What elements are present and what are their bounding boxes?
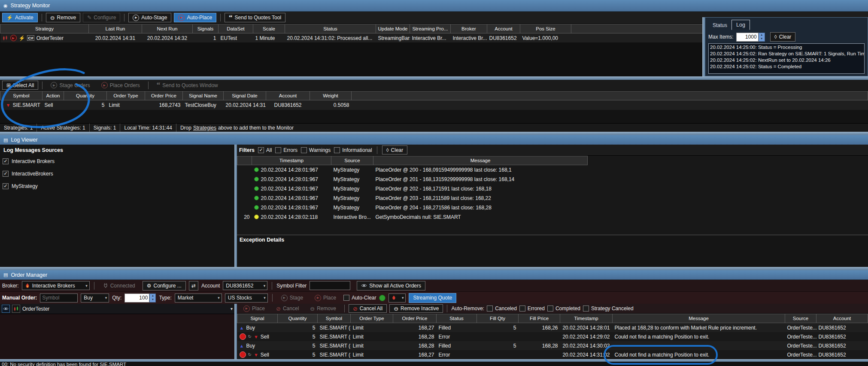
order-row[interactable]: ▲Buy 5 SIE.SMART (S Limit 168,28 Filled …	[237, 341, 868, 350]
col-fill-qty[interactable]: Fill Qty	[477, 314, 519, 323]
col-last-run[interactable]: Last Run	[89, 24, 142, 33]
tab-log[interactable]: Log	[731, 20, 750, 30]
spinner-arrows-icon[interactable]: ▲▼	[759, 33, 765, 42]
order-row[interactable]: ▲Buy 5 SIE.SMART (S Limit 168,27 Filled …	[237, 323, 868, 333]
col-symbol[interactable]: Symbol	[318, 314, 351, 323]
col-timestamp[interactable]: Timestamp	[560, 314, 613, 323]
qty-input[interactable]	[124, 293, 149, 302]
log-clear-button[interactable]: ◊ Clear	[770, 32, 796, 42]
strategy-row[interactable]: ▶ ⚡ C# OrderTester 20.02.2024 14:31 20.0…	[0, 33, 705, 43]
log-row[interactable]: 20 20.02.2024 14:28:02:118 Interactive B…	[237, 212, 588, 222]
auto-clear-checkbox[interactable]: Auto-Clear	[343, 295, 376, 301]
order-row[interactable]: ↻▼Sell 5 SIE.SMART (S Limit 168,28 Error…	[237, 332, 868, 341]
col-dataset[interactable]: DataSet	[219, 24, 253, 33]
filter-informational[interactable]: Informational	[334, 147, 372, 153]
source-row[interactable]: ✓ InteractiveBrokers	[0, 167, 234, 180]
col-source[interactable]: Source	[785, 314, 816, 323]
col-quantity[interactable]: Quantity	[278, 314, 318, 323]
col-message[interactable]: Message	[613, 314, 785, 323]
order-remove-button[interactable]: ⊖ Remove	[306, 304, 340, 313]
order-type-select[interactable]: Market ▾	[175, 293, 222, 302]
connected-button[interactable]: Connected	[99, 281, 140, 290]
checkbox-checked[interactable]: ✓	[258, 147, 264, 153]
col-signal[interactable]: Signal	[237, 314, 278, 323]
source-row[interactable]: ✓ Interactive Brokers	[0, 155, 234, 167]
remove-button[interactable]: ⊖ Remove	[46, 13, 81, 22]
col-status[interactable]: Status	[437, 314, 477, 323]
filters-clear-button[interactable]: ◊ Clear	[382, 145, 408, 154]
send-to-quotes-window-button[interactable]: “ Send to Quotes Window	[152, 81, 222, 90]
col-signals[interactable]: Signals	[193, 24, 219, 33]
checkbox-checked[interactable]: ✓	[3, 183, 9, 189]
col-symbol[interactable]: Symbol	[0, 91, 42, 100]
strategy-log-output[interactable]: 20.02.2024 14:25:00: Status = Processing…	[708, 43, 865, 74]
send-to-quotes-tool-button[interactable]: “ Send to Quotes Tool	[225, 13, 285, 22]
col-account[interactable]: Account	[816, 314, 868, 323]
checkbox-unchecked[interactable]	[343, 295, 349, 301]
horizontal-splitter[interactable]	[0, 267, 868, 270]
col-signal-date[interactable]: Signal Date	[224, 91, 266, 100]
eye-visibility-toggle[interactable]	[2, 305, 10, 313]
checkbox-unchecked[interactable]	[583, 306, 589, 312]
place-orders-button[interactable]: ▶ Place Orders	[97, 81, 144, 90]
checkbox-checked[interactable]: ✓	[3, 171, 9, 177]
manual-symbol-input[interactable]	[40, 293, 78, 302]
log-row[interactable]: 20.02.2024 14:28:01:967 MyStrategyPlaceO…	[237, 203, 588, 212]
col-fill-price[interactable]: Fill Price	[519, 314, 560, 323]
horizontal-splitter[interactable]	[0, 76, 868, 80]
col-status[interactable]: Status	[285, 24, 376, 33]
configure-broker-button[interactable]: ⚙ Configure ...	[143, 281, 186, 290]
filter-all[interactable]: ✓ All	[258, 147, 272, 153]
max-items-input[interactable]	[736, 33, 759, 42]
col-action[interactable]: Action	[42, 91, 64, 100]
signal-row[interactable]: ▼ SIE.SMART Sell 5 Limit 168,2743 TestCl…	[0, 100, 868, 110]
tree-item-ordertester[interactable]: OrderTester ▾	[0, 304, 234, 314]
configure-button[interactable]: ✎ Configure	[83, 13, 120, 22]
log-row[interactable]: 20.02.2024 14:28:01:967 MyStrategyPlaceO…	[237, 184, 588, 194]
log-row[interactable]: 20.02.2024 14:28:01:967 MyStrategyPlaceO…	[237, 165, 588, 175]
auto-stage-button[interactable]: ▶ Auto-Stage	[128, 13, 171, 22]
refresh-accounts-button[interactable]: ⇄	[189, 281, 198, 290]
auto-remove-strategy-canceled[interactable]: Strategy Canceled	[583, 306, 634, 312]
quote-source-select[interactable]: ▾	[388, 293, 406, 302]
tab-status[interactable]: Status	[708, 21, 731, 30]
col-order-type[interactable]: Order Type	[107, 91, 145, 100]
log-row[interactable]: 20.02.2024 14:28:01:967 MyStrategyPlaceO…	[237, 175, 588, 184]
checkbox-unchecked[interactable]	[547, 306, 553, 312]
remove-inactive-button[interactable]: ⊖ Remove Inactive	[389, 304, 443, 313]
auto-place-button[interactable]: ▶ Auto-Place	[174, 13, 216, 22]
auto-remove-canceled[interactable]: Canceled	[487, 306, 517, 312]
universe-select[interactable]: US Stocks ▾	[225, 293, 268, 302]
qty-stepper[interactable]: ▲▼	[124, 293, 156, 302]
manual-place-button[interactable]: ▶ Place	[310, 293, 340, 302]
col-order-price[interactable]: Order Price	[145, 91, 183, 100]
col-message[interactable]: Message	[373, 156, 588, 165]
stage-orders-button[interactable]: ▶ Stage Orders	[46, 81, 94, 90]
checkbox-unchecked[interactable]	[519, 306, 525, 312]
spinner-arrows-icon[interactable]: ▲▼	[149, 293, 156, 302]
col-pos-size[interactable]: Pos Size	[520, 24, 571, 33]
order-place-button[interactable]: ▶ Place	[239, 304, 269, 313]
order-row[interactable]: ↻▼Sell 5 SIE.SMART (S Limit 168,27 Error…	[237, 350, 868, 359]
col-broker[interactable]: Broker	[451, 24, 487, 33]
cancel-all-button[interactable]: ⊘ Cancel All	[349, 304, 387, 313]
checkbox-unchecked[interactable]	[487, 306, 493, 312]
col-next-run[interactable]: Next Run	[142, 24, 193, 33]
select-all-button[interactable]: ⊞ Select All	[2, 81, 38, 90]
col-weight[interactable]: Weight	[310, 91, 352, 100]
log-row[interactable]: 20.02.2024 14:28:01:967 MyStrategyPlaceO…	[237, 194, 588, 203]
col-streaming-provider[interactable]: Streaming Pro...	[410, 24, 451, 33]
source-row[interactable]: ✓ MyStrategy	[0, 180, 234, 192]
col-account[interactable]: Account	[487, 24, 520, 33]
streaming-quote-button[interactable]: Streaming Quote	[409, 293, 456, 303]
col-source[interactable]: Source	[331, 156, 373, 165]
filter-warnings[interactable]: Warnings	[301, 147, 331, 153]
checkbox-unchecked[interactable]	[275, 147, 281, 153]
horizontal-splitter[interactable]	[0, 132, 868, 135]
col-signal-name[interactable]: Signal Name	[183, 91, 224, 100]
col-order-type[interactable]: Order Type	[351, 314, 393, 323]
order-cancel-button[interactable]: ⊘ Cancel	[272, 304, 303, 313]
col-quantity[interactable]: Quantity	[64, 91, 107, 100]
broker-select[interactable]: Interactive Brokers ▾	[22, 281, 90, 290]
side-select[interactable]: Buy ▾	[81, 293, 109, 302]
